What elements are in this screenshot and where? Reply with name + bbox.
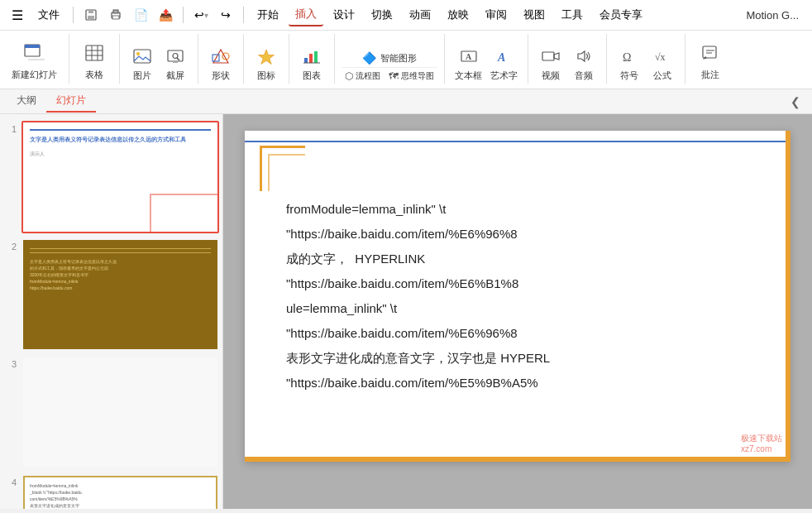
chart-btn[interactable]: 图表: [296, 46, 327, 84]
sep2: [119, 34, 120, 84]
canvas-content[interactable]: fromModule=lemma_inlink" \t "https://bai…: [245, 131, 791, 420]
svg-rect-36: [703, 46, 716, 58]
svg-rect-31: [542, 52, 554, 60]
svg-point-18: [173, 54, 178, 59]
print-icon: [109, 8, 122, 22]
table-btn[interactable]: 表格: [76, 41, 112, 84]
art-btn[interactable]: A 艺术字: [487, 46, 521, 84]
formula-btn[interactable]: √x 公式: [647, 46, 678, 84]
collapse-btn[interactable]: ❮: [786, 92, 805, 112]
menu-tools[interactable]: 工具: [555, 4, 590, 26]
slide-thumb-1[interactable]: 文字是人类用表义符号记录表达信息以传之久远的方式和工具 演示人: [21, 121, 219, 233]
copy-icon-btn[interactable]: 📄: [130, 4, 151, 26]
canvas-text: fromModule=lemma_inlink" \t "https://bai…: [286, 197, 766, 396]
svg-marker-23: [259, 50, 275, 65]
image-icon: [133, 48, 151, 69]
svg-rect-1: [88, 10, 93, 13]
redo-btn[interactable]: ↪: [215, 4, 236, 26]
symbol-btn[interactable]: Ω 符号: [614, 46, 645, 84]
annotation-btn[interactable]: 批注: [692, 41, 728, 84]
menu-icon[interactable]: ☰: [7, 4, 28, 26]
canvas-top-line: [245, 141, 791, 142]
ribbon: 新建幻灯片 表格 图片 截屏: [0, 31, 812, 89]
slide1-author: 演示人: [30, 151, 211, 158]
menu-switch[interactable]: 切换: [365, 4, 399, 26]
slide-canvas[interactable]: fromModule=lemma_inlink" \t "https://bai…: [245, 131, 791, 462]
screenshot-label: 截屏: [166, 70, 184, 82]
textbox-icon: A: [460, 48, 478, 69]
mindmap-label: 思维导图: [401, 70, 434, 82]
svg-rect-9: [86, 46, 103, 60]
svg-rect-8: [28, 59, 45, 60]
art-label: 艺术字: [490, 70, 518, 82]
menu-design[interactable]: 设计: [327, 4, 361, 26]
flowchart-label: 流程图: [356, 70, 380, 82]
slide-item-2[interactable]: 2 文字是人类用表义符号记录表达信息以传之久远的方式和工具，现存最早的文字是约公…: [3, 238, 219, 351]
slide4-text: fromModule=lemma_inlink_blank \t "https:…: [30, 482, 211, 509]
slide-thumb-3[interactable]: [21, 356, 219, 468]
shape-btn[interactable]: 形状: [205, 46, 236, 84]
sep7: [444, 34, 445, 84]
audio-icon: [575, 48, 593, 69]
slide-number-3: 3: [3, 356, 17, 369]
menu-insert[interactable]: 插入: [289, 3, 323, 26]
sep9: [606, 34, 607, 84]
menu-vip[interactable]: 会员专享: [593, 4, 649, 26]
annotation-icon: [700, 44, 720, 67]
file-menu[interactable]: 文件: [31, 4, 66, 26]
formula-label: 公式: [653, 70, 671, 82]
icon-label: 图标: [257, 70, 275, 82]
textbox-btn[interactable]: A 文本框: [451, 46, 485, 84]
slide-item-4[interactable]: 4 fromModule=lemma_inlink_blank \t "http…: [3, 474, 219, 509]
table-label: 表格: [85, 69, 103, 81]
sep3: [198, 34, 198, 84]
view-bar: 大纲 幻灯片 ❮: [0, 89, 812, 114]
symbol-icon: Ω: [620, 48, 638, 69]
svg-rect-24: [304, 58, 308, 63]
menu-start[interactable]: 开始: [251, 4, 285, 26]
menu-review[interactable]: 审阅: [479, 4, 513, 26]
audio-btn[interactable]: 音频: [568, 46, 599, 84]
shape-icon: [212, 48, 230, 69]
smart-shape-btn[interactable]: 🔷 智能图形: [342, 50, 437, 66]
svg-rect-14: [134, 50, 150, 63]
menu-animation[interactable]: 动画: [403, 4, 437, 26]
slide-thumb-4[interactable]: fromModule=lemma_inlink_blank \t "https:…: [21, 474, 219, 509]
slide2-text: 文字是人类用表义符号记录表达信息以传之久远的方式和工具，现存最早的文字是约公元前…: [30, 258, 211, 291]
motion-label: Motion G...: [746, 9, 805, 22]
divider-1: [73, 7, 74, 23]
slide-item-1[interactable]: 1 文字是人类用表义符号记录表达信息以传之久远的方式和工具 演示人: [3, 121, 219, 233]
slide-thumb-inner-4: fromModule=lemma_inlink_blank \t "https:…: [23, 476, 217, 509]
slide-tab[interactable]: 幻灯片: [46, 90, 96, 113]
formula-icon: √x: [653, 48, 671, 69]
video-btn[interactable]: 视频: [535, 46, 566, 84]
video-label: 视频: [542, 70, 560, 82]
slide-thumb-2[interactable]: 文字是人类用表义符号记录表达信息以传之久远的方式和工具，现存最早的文字是约公元前…: [21, 238, 219, 351]
print-icon-btn[interactable]: [105, 4, 127, 26]
slide-thumb-inner-1: 文字是人类用表义符号记录表达信息以传之久远的方式和工具 演示人: [23, 122, 217, 232]
flowchart-btn[interactable]: ⬡ 流程图: [342, 69, 384, 84]
svg-text:√x: √x: [655, 51, 666, 63]
video-icon: [542, 48, 560, 69]
svg-text:A: A: [497, 51, 505, 64]
image-btn[interactable]: 图片: [127, 46, 158, 84]
svg-text:Ω: Ω: [623, 51, 631, 64]
undo-btn[interactable]: ↩▾: [190, 4, 212, 26]
export-icon-btn[interactable]: 📤: [155, 4, 176, 26]
outline-tab[interactable]: 大纲: [7, 90, 46, 113]
menu-playback[interactable]: 放映: [441, 4, 475, 26]
new-slide-btn[interactable]: 新建幻灯片: [7, 40, 62, 84]
sep5: [289, 34, 289, 84]
mindmap-icon: 🗺: [389, 70, 399, 82]
slide-item-3[interactable]: 3: [3, 356, 219, 468]
slide1-title: 文字是人类用表义符号记录表达信息以传之久远的方式和工具: [30, 136, 211, 144]
sep1: [69, 34, 69, 84]
save-icon-btn[interactable]: [80, 4, 102, 26]
screenshot-btn[interactable]: 截屏: [160, 46, 191, 84]
sep10: [685, 34, 685, 84]
mindmap-btn[interactable]: 🗺 思维导图: [385, 69, 437, 84]
slide1-corner-deco: [150, 194, 217, 232]
menu-view[interactable]: 视图: [517, 4, 552, 26]
icon-btn-ribbon[interactable]: 图标: [251, 46, 282, 84]
symbol-label: 符号: [620, 70, 638, 82]
